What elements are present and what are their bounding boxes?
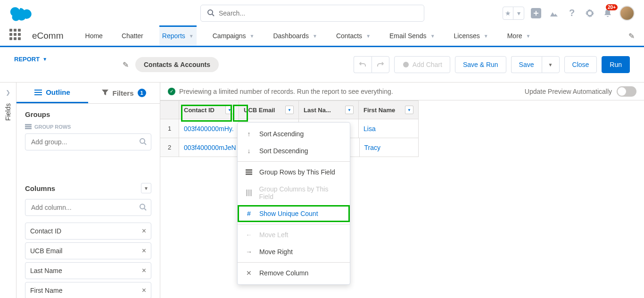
fields-rail-label: Fields [4,103,12,121]
auto-preview-toggle[interactable]: Update Preview Automatically [525,86,636,97]
nav-home[interactable]: Home [83,26,106,46]
remove-icon[interactable]: × [142,266,146,275]
column-menu-button[interactable]: ▼ [285,106,294,114]
close-icon: ✕ [245,269,253,277]
report-title-row: ✎ Contacts & Accounts [123,57,219,72]
user-avatar[interactable] [619,6,635,21]
menu-group-rows[interactable]: Group Rows by This Field [238,164,350,181]
salesforce-logo [9,4,35,22]
global-search [200,5,424,22]
col-contact-id[interactable]: Contact ID ▼ [179,101,239,119]
arrow-left-icon: ← [245,231,253,239]
run-button[interactable]: Run [602,56,630,73]
header-utilities: ★▾ ? 20+ [503,6,635,21]
column-menu-button[interactable]: ▼ [225,106,234,114]
svg-point-10 [140,139,145,143]
cell-contact-id[interactable]: 003f400000mJeN [179,138,241,157]
add-group-field [25,133,151,150]
nav-more[interactable]: More▼ [504,26,534,46]
columns-icon [245,190,253,196]
menu-sort-desc[interactable]: ↓Sort Descending [238,142,350,159]
column-chip[interactable]: Contact ID× [25,223,151,240]
menu-remove-column[interactable]: ✕Remove Column [238,265,350,281]
banner-message: ✓ Previewing a limited number of records… [168,88,393,95]
svg-rect-19 [250,190,252,196]
svg-rect-15 [246,172,252,173]
menu-show-unique-count[interactable]: #Show Unique Count [238,205,350,222]
column-menu-button[interactable]: ▼ [405,106,413,114]
action-buttons: Add Chart Save & Run Save ▼ Close Run [354,56,630,73]
column-chip[interactable]: UCB Email× [25,242,151,259]
save-dropdown-button[interactable]: ▼ [542,56,560,73]
columns-heading: Columns ▼ [25,183,151,193]
groups-heading: Groups [25,110,151,118]
setup-gear-icon[interactable] [584,7,596,19]
help-icon[interactable]: ? [566,7,578,19]
nav-email-sends[interactable]: Email Sends▼ [387,26,438,46]
check-icon: ✓ [168,88,175,95]
edit-nav-icon[interactable]: ✎ [628,32,635,41]
nav-reports[interactable]: Reports▼ [159,25,197,45]
chevron-down-icon: ▼ [42,57,47,62]
add-group-input[interactable] [25,133,151,150]
trailhead-icon[interactable] [548,7,560,19]
remove-icon[interactable]: × [142,286,146,295]
close-button[interactable]: Close [564,56,597,73]
add-chart-button[interactable]: Add Chart [394,56,450,73]
filters-tab[interactable]: Filters 1 [88,83,160,103]
outline-tab[interactable]: Outline [17,83,88,103]
cell-first-name[interactable]: Lisa [359,119,419,138]
menu-sort-asc[interactable]: ↑Sort Ascending [238,125,350,142]
report-title[interactable]: Contacts & Accounts [135,57,219,72]
nav-dashboards[interactable]: Dashboards▼ [270,26,320,46]
remove-icon[interactable]: × [142,247,146,255]
side-panel: Outline Filters 1 Groups GROUP ROWS Colu… [17,83,160,298]
undo-button[interactable] [354,56,372,73]
nav-chatter[interactable]: Chatter [119,26,146,46]
svg-rect-9 [25,128,32,129]
report-type-label[interactable]: REPORT▼ [14,56,47,63]
row-number-header [160,101,179,119]
redo-button[interactable] [372,56,389,73]
menu-move-right[interactable]: →Move Right [238,243,350,260]
svg-rect-17 [246,190,248,196]
svg-rect-14 [246,169,252,171]
nav-licenses[interactable]: Licenses▼ [451,26,491,46]
col-ucb-email[interactable]: UCB Email▼ [239,101,299,119]
app-launcher-icon[interactable] [9,29,24,43]
hash-icon: # [245,210,253,217]
nav-items: Home Chatter Reports▼ Campaigns▼ Dashboa… [83,26,534,46]
column-menu-button[interactable]: ▼ [345,106,354,114]
add-icon[interactable] [530,7,542,19]
remove-icon[interactable]: × [142,227,146,235]
favorites-button[interactable]: ★▾ [503,7,524,20]
undo-redo-group [354,56,389,73]
nav-contacts[interactable]: Contacts▼ [333,26,373,46]
chevron-down-icon: ▼ [526,33,531,39]
svg-point-3 [403,62,409,67]
chevron-down-icon: ▼ [484,33,488,39]
nav-campaigns[interactable]: Campaigns▼ [210,26,257,46]
add-column-input[interactable] [25,199,151,216]
svg-line-11 [144,143,146,145]
cell-contact-id[interactable]: 003f400000mHy. [179,119,239,138]
col-last-name[interactable]: Last Na...▼ [299,101,359,119]
edit-title-icon[interactable]: ✎ [123,60,129,69]
save-run-button[interactable]: Save & Run [455,56,506,73]
col-first-name[interactable]: First Name▼ [359,101,419,119]
notification-bell-icon[interactable]: 20+ [602,7,614,19]
column-chip[interactable]: First Name× [25,282,151,298]
chevron-down-icon: ▼ [189,33,194,39]
cell-first-name[interactable]: Tracy [360,138,419,157]
columns-menu-button[interactable]: ▼ [141,183,151,193]
panel-body: Groups GROUP ROWS Columns ▼ Contact ID× … [17,104,160,298]
column-chip[interactable]: Last Name× [25,262,151,279]
save-button[interactable]: Save [511,56,542,73]
search-input[interactable] [200,5,424,22]
toggle-switch[interactable] [617,86,636,97]
svg-line-13 [144,208,146,210]
fields-rail[interactable]: ❯ Fields [0,83,17,298]
app-name: eComm [32,31,64,41]
menu-group-cols: Group Columns by This Field [238,181,350,205]
preview-area: ✓ Previewing a limited number of records… [160,83,644,298]
